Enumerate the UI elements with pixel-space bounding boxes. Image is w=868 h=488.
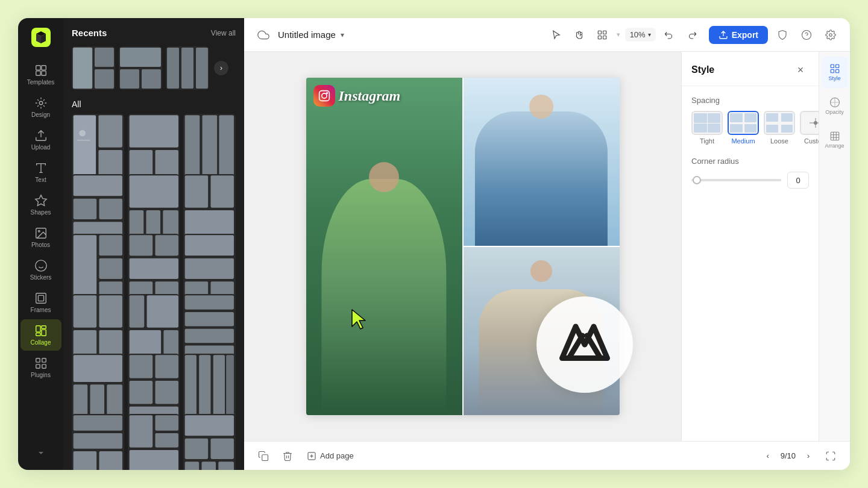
- svg-rect-94: [74, 355, 122, 382]
- duplicate-page-btn[interactable]: [254, 446, 273, 466]
- svg-rect-128: [598, 36, 601, 39]
- page-counter: 9/10: [781, 451, 796, 460]
- spacing-options: Tight Medium: [691, 111, 809, 145]
- tab-style[interactable]: Style: [822, 57, 848, 88]
- svg-rect-118: [129, 449, 178, 470]
- redo-btn[interactable]: [682, 25, 702, 45]
- template-item[interactable]: [128, 414, 180, 471]
- style-panel: Style Opacity Arrang: [681, 52, 850, 441]
- sidebar-expand-btn[interactable]: [18, 443, 63, 463]
- template-item[interactable]: [72, 414, 124, 471]
- canvas-photo-1[interactable]: Instagram: [306, 78, 462, 415]
- svg-rect-4: [41, 71, 45, 75]
- svg-rect-15: [41, 330, 45, 336]
- svg-point-134: [326, 93, 327, 94]
- svg-rect-106: [200, 355, 211, 422]
- sidebar-item-photos[interactable]: Photos: [20, 222, 61, 253]
- add-page-btn[interactable]: Add page: [302, 449, 359, 463]
- template-item[interactable]: [183, 354, 236, 424]
- svg-rect-125: [219, 461, 234, 470]
- sidebar-item-upload[interactable]: Upload: [20, 124, 61, 155]
- svg-rect-129: [603, 36, 606, 39]
- sidebar-item-collage[interactable]: Collage: [20, 319, 61, 351]
- template-item[interactable]: [183, 234, 236, 304]
- template-item[interactable]: [128, 174, 180, 244]
- recent-item-1[interactable]: [72, 46, 115, 90]
- sidebar-item-shapes[interactable]: Shapes: [20, 189, 61, 221]
- recents-next-btn[interactable]: ›: [214, 61, 228, 75]
- radius-slider-thumb[interactable]: [693, 176, 701, 184]
- cloud-save-btn[interactable]: [254, 25, 273, 45]
- undo-btn[interactable]: [659, 25, 679, 45]
- template-item[interactable]: [72, 294, 124, 364]
- layout-btn[interactable]: [593, 25, 612, 45]
- tab-arrange[interactable]: Arrange: [822, 124, 848, 155]
- select-tool-btn[interactable]: [547, 25, 566, 45]
- template-item[interactable]: [72, 174, 124, 244]
- canvas-photo-2[interactable]: [464, 78, 620, 246]
- shield-btn[interactable]: [773, 25, 792, 45]
- template-item[interactable]: [128, 294, 180, 364]
- svg-rect-11: [36, 293, 46, 304]
- sidebar-item-plugins[interactable]: Plugins: [20, 352, 61, 383]
- canvas-area[interactable]: Instagram: [244, 52, 681, 441]
- settings-btn[interactable]: [821, 25, 840, 45]
- template-item[interactable]: [128, 114, 180, 184]
- delete-page-btn[interactable]: [278, 446, 297, 466]
- zoom-control[interactable]: 10% ▾: [625, 28, 656, 42]
- svg-point-38: [79, 130, 86, 137]
- spacing-option-medium[interactable]: Medium: [728, 111, 759, 145]
- hand-tool-btn[interactable]: [570, 25, 589, 45]
- template-item[interactable]: [72, 234, 124, 304]
- spacing-cell: [766, 113, 778, 122]
- sidebar-item-frames[interactable]: Frames: [20, 287, 61, 318]
- prev-page-btn[interactable]: ‹: [760, 448, 776, 464]
- spacing-cell: [730, 113, 743, 122]
- template-item[interactable]: [183, 414, 236, 471]
- view-all-link[interactable]: View all: [211, 29, 236, 37]
- recent-item-3[interactable]: [166, 46, 209, 90]
- bottom-bar-right: ‹ 9/10 ›: [760, 446, 840, 466]
- templates-grid: [63, 114, 244, 470]
- template-item[interactable]: [72, 114, 124, 184]
- svg-rect-69: [155, 235, 178, 255]
- spacing-preview-medium: [728, 111, 759, 135]
- top-bar-left: Untitled image ▾: [254, 25, 539, 45]
- export-btn[interactable]: Export: [709, 26, 768, 44]
- app-logo[interactable]: [29, 25, 53, 49]
- help-btn[interactable]: [797, 25, 816, 45]
- spacing-option-tight[interactable]: Tight: [691, 111, 723, 145]
- style-panel-title: Style: [691, 64, 714, 75]
- sidebar-item-text[interactable]: Text: [20, 157, 61, 188]
- expand-btn[interactable]: [821, 446, 840, 466]
- file-title[interactable]: Untitled image: [278, 30, 336, 40]
- spacing-option-loose[interactable]: Loose: [764, 111, 795, 145]
- next-page-btn[interactable]: ›: [800, 448, 816, 464]
- svg-rect-1: [36, 66, 40, 70]
- style-panel-close-btn[interactable]: ×: [792, 61, 809, 78]
- svg-rect-49: [74, 175, 122, 196]
- file-title-dropdown[interactable]: ▾: [341, 31, 344, 39]
- template-item[interactable]: [72, 354, 124, 424]
- template-item[interactable]: [183, 114, 236, 184]
- svg-rect-126: [598, 31, 601, 34]
- template-item[interactable]: [183, 294, 236, 364]
- sidebar-item-stickers[interactable]: Stickers: [20, 254, 61, 286]
- radius-value[interactable]: 0: [787, 172, 809, 189]
- tab-opacity[interactable]: Opacity: [822, 90, 848, 122]
- template-item[interactable]: [128, 234, 180, 304]
- sidebar-item-design[interactable]: Design: [20, 92, 61, 123]
- instagram-icon: [313, 85, 335, 107]
- svg-rect-116: [155, 415, 178, 431]
- svg-rect-74: [185, 235, 234, 255]
- template-item[interactable]: [183, 174, 236, 244]
- svg-rect-113: [99, 451, 122, 470]
- top-bar-center: ▾ 10% ▾: [547, 25, 702, 45]
- radius-slider[interactable]: [691, 179, 781, 181]
- spacing-cell: [766, 125, 778, 133]
- sidebar-item-templates[interactable]: Templates: [20, 59, 61, 90]
- svg-point-131: [829, 33, 832, 36]
- template-item[interactable]: [128, 354, 180, 424]
- svg-rect-28: [120, 69, 139, 89]
- recent-item-2[interactable]: [119, 46, 162, 90]
